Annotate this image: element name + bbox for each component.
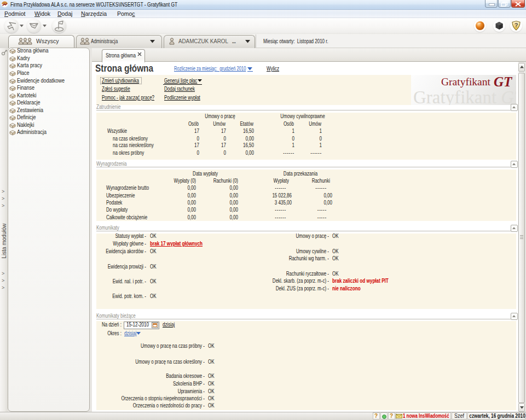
svg-text:?: ? xyxy=(515,22,518,28)
